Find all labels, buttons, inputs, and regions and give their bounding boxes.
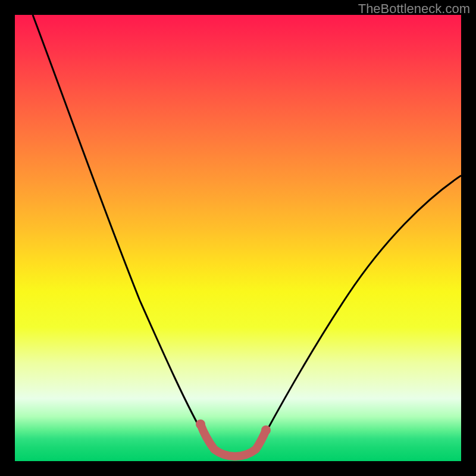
plot-area [15,15,461,461]
highlight-dot-right [261,425,271,435]
watermark-text: TheBottleneck.com [358,1,470,17]
main-curve [33,15,461,455]
highlight-dot-left [196,419,205,429]
curve-layer [15,15,461,461]
chart-frame: TheBottleneck.com [0,0,476,476]
bottom-highlight [201,424,266,456]
